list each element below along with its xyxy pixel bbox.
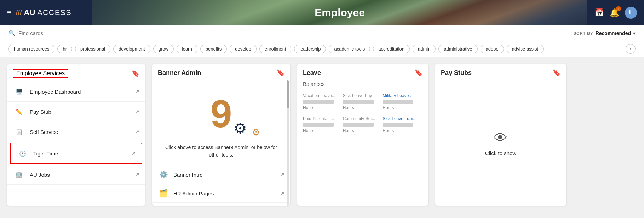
tag-chip-learn[interactable]: learn: [177, 45, 197, 53]
external-link-icon-0: ↗: [135, 89, 139, 94]
service-icon-4: 🏢: [13, 168, 25, 181]
scroll-thumb: [287, 80, 289, 108]
leave-cell-unit-3: Hours: [303, 128, 341, 133]
banner-description: Click above to access Banner9 Admin, or …: [152, 144, 290, 164]
chevron-down-icon[interactable]: ▾: [633, 30, 636, 36]
brand-slash-icon: ///: [16, 9, 22, 17]
bookmark-icon[interactable]: 🔖: [132, 70, 139, 77]
brand-access-text: ACCESS: [37, 8, 71, 17]
tag-chip-leadership[interactable]: leadership: [294, 45, 326, 53]
service-item-self-service[interactable]: 📋 Self Service ↗: [7, 122, 145, 142]
leave-cell-label-5[interactable]: Sick Leave Tran...: [383, 116, 421, 121]
pay-stubs-bookmark-icon[interactable]: 🔖: [553, 69, 560, 77]
service-label-0: Employee Dashboard: [30, 89, 81, 95]
leave-cell-1: Sick Leave Pay Hours: [343, 90, 383, 113]
pay-stubs-content: 👁 Click to show: [435, 80, 566, 206]
banner9-number: 9: [210, 94, 232, 133]
leave-cell-unit-4: Hours: [343, 128, 381, 133]
tag-chip-admin[interactable]: admin: [413, 45, 436, 53]
external-link-icon-3: ↗: [132, 151, 136, 156]
service-item-employee-dashboard[interactable]: 🖥️ Employee Dashboard ↗: [7, 82, 145, 102]
leave-bookmark-icon[interactable]: 🔖: [415, 69, 422, 77]
banner-tool-label-1: HR Admin Pages: [173, 190, 214, 196]
leave-more-icon[interactable]: ⋮: [405, 69, 411, 77]
tag-chip-development[interactable]: development: [113, 45, 150, 53]
hamburger-menu-icon[interactable]: ≡: [7, 8, 12, 17]
scroll-track: [287, 80, 289, 206]
tag-chip-administrative[interactable]: administrative: [438, 45, 477, 53]
sort-by-value[interactable]: Recommended: [596, 30, 631, 36]
service-item-left: 🖥️ Employee Dashboard: [13, 85, 81, 98]
notification-icon[interactable]: 🔔 1: [610, 8, 619, 17]
leave-cell-3: Paid Parental L... Hours: [303, 113, 343, 136]
leave-cell-unit-1: Hours: [343, 105, 381, 110]
banner-tool-icon-1: 🗂️: [158, 188, 169, 199]
leave-cell-value-4: [343, 123, 374, 127]
banner-bookmark-icon[interactable]: 🔖: [277, 69, 284, 77]
leave-cell-0: Vacation Leave... Hours: [303, 90, 343, 113]
leave-title: Leave: [303, 69, 321, 77]
leave-cell-label-2[interactable]: Military Leave ...: [383, 93, 421, 98]
header-left: ≡ /// AU ACCESS: [0, 8, 92, 17]
service-item-au-jobs[interactable]: 🏢 AU Jobs ↗: [7, 165, 145, 185]
pay-stubs-title: Pay Stubs: [441, 69, 472, 77]
service-item-left: ✏️ Pay Stub: [13, 105, 51, 118]
calendar-icon[interactable]: 📅: [594, 8, 604, 17]
main-content: Employee Services 🔖 🖥️ Employee Dashboar…: [0, 57, 644, 213]
header-right: 📅 🔔 1 L: [587, 7, 644, 19]
leave-cell-value-5: [383, 123, 413, 127]
leave-cell-label-1: Sick Leave Pay: [343, 93, 381, 98]
notification-badge: 1: [616, 6, 621, 11]
leave-cell-unit-2: Hours: [383, 105, 421, 110]
external-link-icon-1: ↗: [135, 109, 139, 114]
banner-tools-list: ⚙️ Banner Intro ↗ 🗂️ HR Admin Pages ↗: [152, 165, 290, 206]
brand-logo[interactable]: /// AU ACCESS: [16, 8, 71, 17]
tag-chip-enrollment[interactable]: enrollment: [259, 45, 292, 53]
service-item-left: 📋 Self Service: [13, 125, 58, 138]
service-item-tiger-time[interactable]: 🕐 Tiger Time ↗: [10, 143, 142, 164]
tag-chip-benefits[interactable]: benefits: [200, 45, 227, 53]
app-header: ≡ /// AU ACCESS Employee 📅 🔔 1 L: [0, 0, 644, 25]
tag-chip-professional[interactable]: professional: [75, 45, 110, 53]
gear-small-icon: ⚙: [252, 127, 262, 137]
service-icon-0: 🖥️: [13, 85, 25, 98]
search-input[interactable]: [18, 30, 125, 36]
tag-chip-grow[interactable]: grow: [153, 45, 174, 53]
employee-services-card: Employee Services 🔖 🖥️ Employee Dashboar…: [7, 64, 145, 206]
tag-chip-develop[interactable]: develop: [230, 45, 257, 53]
service-item-pay-stub[interactable]: ✏️ Pay Stub ↗: [7, 102, 145, 122]
leave-card: Leave ⋮ 🔖 Balances Vacation Leave... Hou…: [297, 64, 428, 206]
banner-tool-item-hr-admin-pages[interactable]: 🗂️ HR Admin Pages ↗: [152, 184, 290, 203]
click-to-show-label[interactable]: Click to show: [485, 150, 516, 156]
search-row: 🔍 SORT BY Recommended ▾: [8, 30, 636, 40]
external-link-icon-2: ↗: [135, 129, 139, 135]
tag-chip-hr[interactable]: hr: [57, 45, 72, 53]
brand-au-text: AU: [24, 8, 35, 17]
leave-cell-label-4: Community Ser...: [343, 116, 381, 121]
leave-cell-value-0: [303, 100, 334, 104]
service-label-2: Self Service: [30, 129, 58, 135]
tag-chip-accreditation[interactable]: accreditation: [373, 45, 410, 53]
avatar[interactable]: L: [625, 7, 637, 19]
leave-cell-5: Sick Leave Tran... Hours: [383, 113, 422, 136]
leave-cell-unit-5: Hours: [383, 128, 421, 133]
tags-scroll-right-button[interactable]: ›: [626, 44, 636, 54]
employee-services-title: Employee Services: [13, 69, 68, 78]
service-label-3: Tiger Time: [33, 151, 58, 157]
leave-cell-2: Military Leave ... Hours: [383, 90, 422, 113]
banner-tool-icon-0: ⚙️: [158, 169, 169, 180]
banner-tool-item-banner-intro[interactable]: ⚙️ Banner Intro ↗: [152, 165, 290, 184]
banner-image-area[interactable]: 9 ⚙ ⚙: [152, 80, 290, 144]
employee-services-card-header: Employee Services 🔖: [7, 64, 145, 82]
gear-large-icon: ⚙: [234, 120, 251, 137]
tag-chip-human-resources[interactable]: human resources: [8, 45, 54, 53]
search-input-wrap: 🔍: [8, 30, 129, 36]
leave-cell-4: Community Ser... Hours: [343, 113, 383, 136]
page-title: Employee: [315, 7, 365, 19]
service-icon-3: 🕐: [16, 147, 29, 160]
leave-grid: Vacation Leave... Hours Sick Leave Pay H…: [297, 90, 428, 136]
tag-chip-academic-tools[interactable]: academic tools: [329, 45, 370, 53]
tag-chip-advise-assist[interactable]: advise assist: [507, 45, 544, 53]
eye-icon[interactable]: 👁: [494, 130, 508, 146]
tag-chip-adobe[interactable]: adobe: [481, 45, 504, 53]
